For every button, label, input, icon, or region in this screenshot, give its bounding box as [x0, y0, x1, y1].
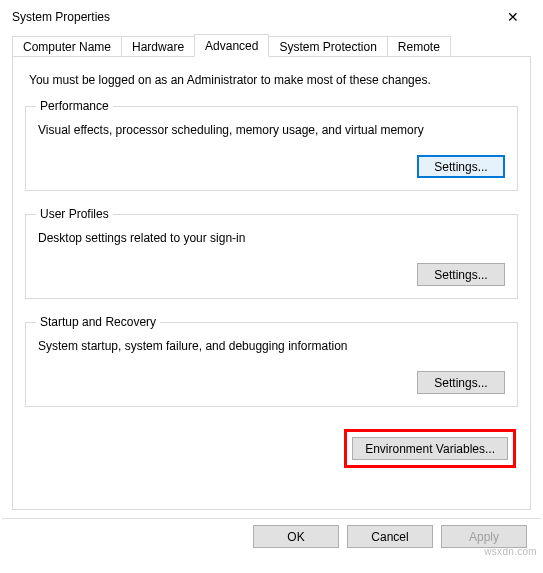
startup-recovery-settings-button[interactable]: Settings... — [417, 371, 505, 394]
tab-hardware[interactable]: Hardware — [121, 36, 195, 57]
tab-advanced[interactable]: Advanced — [194, 34, 269, 57]
tab-remote[interactable]: Remote — [387, 36, 451, 57]
tab-strip: Computer Name Hardware Advanced System P… — [0, 32, 543, 56]
startup-recovery-desc: System startup, system failure, and debu… — [38, 339, 507, 353]
cancel-button[interactable]: Cancel — [347, 525, 433, 548]
close-button[interactable]: ✕ — [493, 3, 533, 31]
performance-desc: Visual effects, processor scheduling, me… — [38, 123, 507, 137]
titlebar: System Properties ✕ — [0, 0, 543, 32]
window-title: System Properties — [12, 10, 110, 24]
apply-button[interactable]: Apply — [441, 525, 527, 548]
environment-variables-row: Environment Variables... — [25, 423, 518, 468]
startup-recovery-group: Startup and Recovery System startup, sys… — [25, 315, 518, 407]
ok-button[interactable]: OK — [253, 525, 339, 548]
close-icon: ✕ — [507, 9, 519, 25]
user-profiles-settings-button[interactable]: Settings... — [417, 263, 505, 286]
admin-notice: You must be logged on as an Administrato… — [29, 73, 514, 87]
tab-system-protection[interactable]: System Protection — [268, 36, 387, 57]
dialog-button-row: OK Cancel Apply — [2, 518, 541, 558]
user-profiles-desc: Desktop settings related to your sign-in — [38, 231, 507, 245]
performance-group: Performance Visual effects, processor sc… — [25, 99, 518, 191]
highlight-annotation: Environment Variables... — [344, 429, 516, 468]
startup-recovery-legend: Startup and Recovery — [36, 315, 160, 329]
environment-variables-button[interactable]: Environment Variables... — [352, 437, 508, 460]
advanced-panel: You must be logged on as an Administrato… — [12, 56, 531, 510]
watermark: wsxdn.com — [484, 546, 537, 557]
user-profiles-group: User Profiles Desktop settings related t… — [25, 207, 518, 299]
performance-legend: Performance — [36, 99, 113, 113]
tab-computer-name[interactable]: Computer Name — [12, 36, 122, 57]
performance-settings-button[interactable]: Settings... — [417, 155, 505, 178]
user-profiles-legend: User Profiles — [36, 207, 113, 221]
system-properties-window: System Properties ✕ Computer Name Hardwa… — [0, 0, 543, 573]
